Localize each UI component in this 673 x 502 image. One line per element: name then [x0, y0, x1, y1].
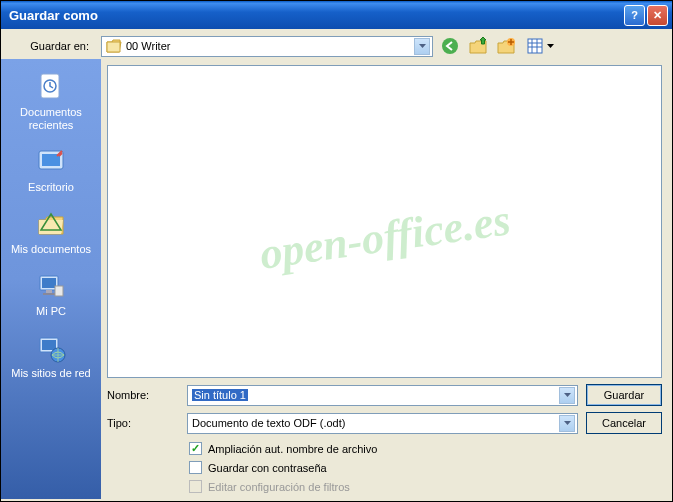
filename-label: Nombre:: [107, 389, 179, 401]
svg-rect-14: [43, 293, 55, 295]
cancel-button[interactable]: Cancelar: [586, 412, 662, 434]
sidebar-label: Mis documentos: [5, 243, 97, 256]
location-dropdown[interactable]: 00 Writer: [101, 36, 433, 57]
places-sidebar: Documentos recientes Escritorio Mis docu…: [1, 59, 101, 499]
options-group: Ampliación aut. nombre de archivo Guarda…: [189, 442, 662, 493]
svg-rect-15: [55, 286, 63, 296]
sidebar-item-network[interactable]: Mis sitios de red: [5, 328, 97, 384]
sidebar-item-mydocs[interactable]: Mis documentos: [5, 204, 97, 260]
checkbox-icon: [189, 480, 202, 493]
my-documents-icon: [35, 208, 67, 240]
view-menu-button[interactable]: [523, 35, 557, 57]
up-folder-button[interactable]: [467, 35, 489, 57]
auto-extension-checkbox[interactable]: Ampliación aut. nombre de archivo: [189, 442, 662, 455]
filetype-row: Tipo: Documento de texto ODF (.odt) Canc…: [107, 412, 662, 434]
recent-documents-icon: [35, 71, 67, 103]
my-computer-icon: [35, 270, 67, 302]
network-places-icon: [35, 332, 67, 364]
sidebar-item-desktop[interactable]: Escritorio: [5, 142, 97, 198]
filename-input[interactable]: Sin título 1: [187, 385, 578, 406]
sidebar-label: Mis sitios de red: [5, 367, 97, 380]
filetype-value: Documento de texto ODF (.odt): [192, 417, 345, 429]
filetype-dropdown[interactable]: Documento de texto ODF (.odt): [187, 413, 578, 434]
watermark-text: open-office.es: [256, 194, 513, 280]
filetype-label: Tipo:: [107, 417, 179, 429]
toolbar: Guardar en: 00 Writer: [1, 29, 672, 59]
chevron-down-icon: [559, 387, 575, 404]
checkbox-label: Editar configuración de filtros: [208, 481, 350, 493]
save-dialog: Guardar como ? ✕ Guardar en: 00 Writer: [0, 0, 673, 502]
titlebar: Guardar como ? ✕: [1, 1, 672, 29]
file-list-pane[interactable]: open-office.es: [107, 65, 662, 378]
main-area: open-office.es Nombre: Sin título 1 Guar…: [101, 59, 672, 499]
sidebar-item-mypc[interactable]: Mi PC: [5, 266, 97, 322]
checkbox-label: Ampliación aut. nombre de archivo: [208, 443, 377, 455]
location-value: 00 Writer: [126, 40, 170, 52]
folder-open-icon: [106, 39, 122, 53]
checkbox-icon: [189, 461, 202, 474]
checkbox-icon: [189, 442, 202, 455]
sidebar-label: Mi PC: [5, 305, 97, 318]
filter-settings-checkbox: Editar configuración de filtros: [189, 480, 662, 493]
save-button[interactable]: Guardar: [586, 384, 662, 406]
desktop-icon: [35, 146, 67, 178]
back-button[interactable]: [439, 35, 461, 57]
window-title: Guardar como: [9, 8, 622, 23]
svg-rect-2: [528, 39, 542, 53]
filename-row: Nombre: Sin título 1 Guardar: [107, 384, 662, 406]
checkbox-label: Guardar con contraseña: [208, 462, 327, 474]
svg-rect-17: [42, 340, 56, 350]
svg-point-0: [442, 38, 458, 54]
svg-rect-13: [46, 290, 52, 293]
chevron-down-icon: [559, 415, 575, 432]
help-button[interactable]: ?: [624, 5, 645, 26]
svg-rect-12: [42, 278, 56, 288]
sidebar-label: Documentos recientes: [5, 106, 97, 132]
new-folder-button[interactable]: [495, 35, 517, 57]
filename-value: Sin título 1: [192, 389, 248, 401]
chevron-down-icon: [414, 38, 430, 55]
save-in-label: Guardar en:: [19, 40, 95, 52]
dialog-body: Documentos recientes Escritorio Mis docu…: [1, 59, 672, 499]
sidebar-label: Escritorio: [5, 181, 97, 194]
close-button[interactable]: ✕: [647, 5, 668, 26]
password-checkbox[interactable]: Guardar con contraseña: [189, 461, 662, 474]
sidebar-item-recent[interactable]: Documentos recientes: [5, 67, 97, 136]
